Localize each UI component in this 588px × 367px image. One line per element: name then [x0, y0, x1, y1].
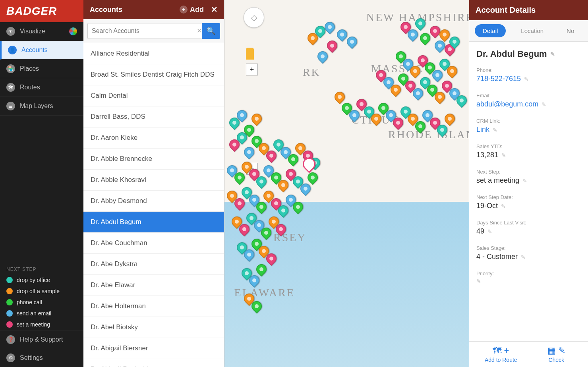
account-list-item[interactable]: Calm Dental [83, 85, 224, 106]
detail-field: Days Since Last Visit: 49 ✎ [476, 220, 581, 236]
field-label: Next Step: [476, 169, 581, 175]
account-list[interactable]: Alliance ResidentialBroad St. Smiles Den… [83, 43, 224, 367]
legend-dot [6, 321, 13, 328]
account-list-item[interactable]: Dr. Abigail Pavloski [83, 359, 224, 367]
accounts-panel: Accounts + Add ✕ ✕ 🔍 Alliance Residentia… [83, 0, 224, 367]
detail-field: Sales Stage: 4 - Customer ✎ [476, 245, 581, 261]
account-list-item[interactable]: Dr. Abbie Khosravi [83, 170, 224, 191]
map-region-label: RK [303, 66, 321, 79]
map-pin[interactable] [254, 262, 269, 277]
account-list-item[interactable]: Broad St. Smiles Dentist Craig Fitch DDS [83, 64, 224, 85]
edit-field-button[interactable]: ✎ [522, 178, 527, 184]
help-support-button[interactable]: Help & Support [0, 330, 83, 349]
acct-icon [8, 46, 17, 54]
tab-location[interactable]: Location [513, 24, 551, 37]
legend-item: phone call [0, 297, 83, 308]
field-value: ✎ [476, 278, 581, 284]
visualize-color-icon [69, 27, 77, 35]
layer-icon [6, 102, 15, 110]
checkout-button[interactable]: ▦ ✎ Check [529, 346, 584, 363]
map-pin[interactable] [442, 112, 457, 126]
brand-logo: BADGER [0, 0, 83, 22]
detail-field: Sales YTD: 13,281 ✎ [476, 143, 581, 159]
field-value[interactable]: 718-522-7615 ✎ [476, 75, 581, 83]
legend-dot [6, 277, 13, 283]
legend-item: set a meeting [0, 319, 83, 330]
edit-field-button[interactable]: ✎ [493, 127, 497, 133]
add-to-route-button[interactable]: 🗺 + Add to Route [473, 346, 529, 363]
search-input[interactable] [87, 23, 207, 39]
gear-icon [6, 353, 15, 362]
nav-item-accounts[interactable]: Accounts [0, 41, 83, 60]
field-value: 49 ✎ [476, 227, 581, 236]
account-list-item[interactable]: Dr. Abel Biotsky [83, 317, 224, 338]
nav-item-places[interactable]: Places [0, 60, 83, 78]
tab-no[interactable]: No [559, 24, 582, 37]
bottom-nav: Help & Support Settings [0, 330, 83, 367]
streetview-pegman[interactable] [246, 48, 254, 60]
map-region-label: ELAWARE [234, 286, 295, 299]
detail-field: CRM Link: Link ✎ [476, 118, 581, 134]
place-icon [6, 64, 15, 73]
clear-search-button[interactable]: ✕ [197, 27, 202, 39]
field-label: Sales YTD: [476, 143, 581, 149]
account-list-item[interactable]: Dr. Abe Holterman [83, 296, 224, 317]
close-panel-button[interactable]: ✕ [211, 5, 218, 14]
edit-name-button[interactable]: ✎ [550, 51, 555, 57]
account-list-item[interactable]: Darrell Bass, DDS [83, 106, 224, 127]
edit-field-button[interactable]: ✎ [501, 152, 506, 158]
account-list-item[interactable]: Dr. Abe Elawar [83, 275, 224, 296]
edit-field-button[interactable]: ✎ [524, 76, 529, 82]
account-list-item[interactable]: Dr. Abby Desmond [83, 191, 224, 212]
app-root: BADGER VisualizeAccountsPlacesRoutesMap … [0, 0, 588, 367]
edit-field-button[interactable]: ✎ [521, 254, 526, 260]
account-list-item[interactable]: Dr. Abe Couchman [83, 233, 224, 254]
field-label: Phone: [476, 67, 581, 73]
field-value: set a meeting ✎ [476, 176, 581, 185]
map-pin[interactable] [315, 49, 330, 64]
account-list-item[interactable]: Dr. Aaron Kieke [83, 127, 224, 149]
account-list-item[interactable]: Alliance Residential [83, 43, 224, 64]
field-value[interactable]: Link ✎ [476, 126, 581, 134]
add-account-button[interactable]: + Add [180, 6, 204, 14]
details-body: Dr. Abdul Begum ✎ Phone: 718-522-7615 ✎E… [469, 42, 588, 341]
map-canvas[interactable]: + − NEW HAMPSHIREMASSACCTICUTRHODE ISLAN… [224, 0, 469, 367]
legend-dot [6, 310, 13, 317]
next-step-heading: NEXT STEP [0, 262, 83, 274]
pan-control[interactable] [244, 7, 264, 28]
account-list-item[interactable]: Dr. Abigail Biersner [83, 338, 224, 359]
search-row: ✕ 🔍 [83, 19, 224, 43]
nav-item-visualize[interactable]: Visualize [0, 22, 83, 41]
account-list-item[interactable]: Dr. Abbie Brennecke [83, 149, 224, 170]
tab-detail[interactable]: Detail [475, 24, 506, 37]
map-pin[interactable] [332, 90, 347, 104]
edit-field-button[interactable]: ✎ [542, 101, 546, 108]
map-pin[interactable] [325, 38, 340, 53]
edit-field-button[interactable]: ✎ [476, 278, 481, 284]
field-label: CRM Link: [476, 118, 581, 124]
field-label: Next Step Date: [476, 194, 581, 200]
field-value[interactable]: abdul@begum.com ✎ [476, 100, 581, 108]
checkout-icon: ▦ ✎ [529, 346, 584, 356]
route-icon: 🗺 + [473, 346, 529, 356]
nav-item-routes[interactable]: Routes [0, 78, 83, 97]
detail-field: Priority: ✎ [476, 270, 581, 284]
account-details-panel: Account Details DetailLocationNo Dr. Abd… [469, 0, 588, 367]
map-pin[interactable] [413, 16, 427, 31]
account-list-item[interactable]: Dr. Abe Dykstra [83, 254, 224, 275]
zoom-in-button[interactable]: + [246, 64, 258, 75]
settings-button[interactable]: Settings [0, 349, 83, 367]
map-pin[interactable] [306, 170, 320, 185]
help-label: Help & Support [20, 336, 63, 343]
edit-field-button[interactable]: ✎ [487, 228, 492, 235]
search-button[interactable]: 🔍 [202, 23, 220, 39]
details-header: Account Details [469, 0, 588, 20]
detail-field: Phone: 718-522-7615 ✎ [476, 67, 581, 83]
details-tabs: DetailLocationNo [469, 20, 588, 42]
account-list-item[interactable]: Dr. Abdul Begum [83, 212, 224, 233]
help-icon [6, 335, 15, 344]
map-region-label: RHODE ISLAND [388, 128, 469, 141]
nav-item-map-layers[interactable]: Map Layers [0, 97, 83, 116]
edit-field-button[interactable]: ✎ [501, 203, 506, 209]
legend-dot [6, 299, 13, 305]
